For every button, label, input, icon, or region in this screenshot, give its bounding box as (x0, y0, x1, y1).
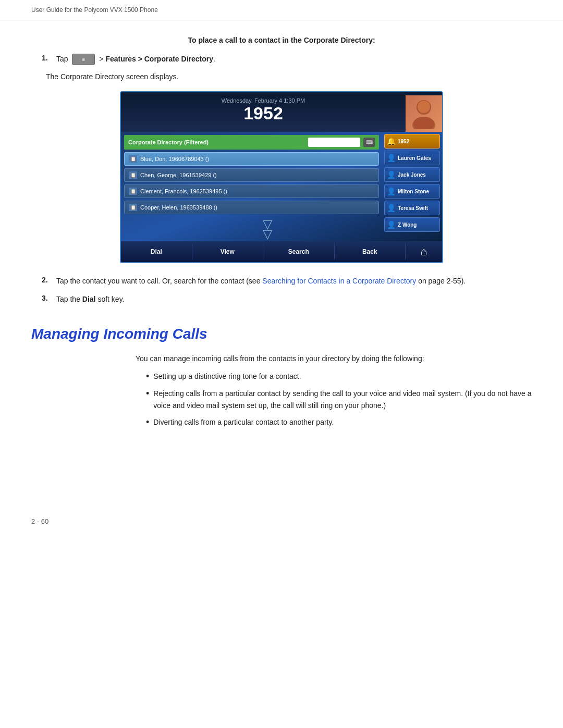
step-1-menu: Features > Corporate Directory (105, 55, 213, 63)
sidebar-icon-5: 👤 (387, 204, 396, 212)
phone-avatar (406, 95, 442, 132)
sidebar-btn-1952[interactable]: 🔔 1952 (384, 134, 440, 149)
dir-search-box[interactable] (308, 138, 360, 147)
page-header: User Guide for the Polycom VVX 1500 Phon… (0, 0, 563, 20)
phone-big-number: 1952 (126, 104, 400, 123)
sidebar-btn-jack[interactable]: 👤 Jack Jones (384, 167, 440, 182)
section-2-intro: You can manage incoming calls from the c… (136, 353, 532, 364)
footer: 2 - 60 (0, 507, 563, 536)
phone-right-col: 🔔 1952 👤 Lauren Gates 👤 Jack Jones 👤 Mil… (382, 132, 442, 241)
bullet-text-3: Diverting calls from a particular contac… (153, 416, 334, 428)
section-2-title: Managing Incoming Calls (31, 326, 532, 342)
soft-key-search[interactable]: Search (263, 244, 335, 260)
soft-key-dial[interactable]: Dial (121, 244, 192, 260)
contact-name-4: Cooper, Helen, 1963539488 () (140, 204, 217, 211)
sidebar-icon-2: 👤 (387, 154, 396, 162)
contact-name-1: Blue, Don, 19606789043 () (140, 156, 209, 162)
bullet-dot-1: • (146, 371, 149, 382)
step-2: 2. Tap the contact you want to call. Or,… (42, 276, 532, 287)
down-arrow-2[interactable]: ▽ (263, 229, 272, 239)
steps-list: 1. Tap ≡ > Features > Corporate Director… (42, 54, 532, 65)
bullet-item-2: • Rejecting calls from a particular cont… (146, 388, 532, 411)
contact-item-1[interactable]: 📋 Blue, Don, 19606789043 () (124, 152, 379, 166)
contact-name-3: Clement, Francois, 1962539495 () (140, 188, 227, 194)
soft-key-back[interactable]: Back (335, 244, 406, 260)
sidebar-label-4: Milton Stone (398, 189, 429, 194)
sidebar-icon-3: 👤 (387, 170, 396, 179)
svg-point-3 (413, 117, 434, 129)
sidebar-btn-milton[interactable]: 👤 Milton Stone (384, 184, 440, 199)
contact-item-4[interactable]: 📋 Cooper, Helen, 1963539488 () (124, 201, 379, 214)
sidebar-icon-6: 👤 (387, 220, 396, 229)
step-3-bold: Dial (82, 295, 96, 303)
contact-item-2[interactable]: 📋 Chen, George, 1961539429 () (124, 168, 379, 182)
step-1-text: Tap ≡ > Features > Corporate Directory. (56, 54, 215, 65)
contact-icon-2: 📋 (129, 171, 137, 179)
bullet-item-3: • Diverting calls from a particular cont… (146, 416, 532, 428)
tap-button[interactable]: ≡ (72, 54, 95, 65)
phone-screenshot: Wednesday, February 4 1:30 PM 1952 (120, 91, 443, 263)
dir-header: Corporate Directory (Filtered) ⌨ (124, 135, 379, 150)
contact-item-3[interactable]: 📋 Clement, Francois, 1962539495 () (124, 184, 379, 198)
sidebar-label-5: Teresa Swift (398, 205, 428, 211)
bullet-text-1: Setting up a distinctive ring tone for a… (153, 371, 301, 382)
contact-icon-3: 📋 (129, 188, 137, 195)
heading-text: To place a call to a contact in the Corp… (188, 36, 375, 44)
tap-button-icon: ≡ (82, 56, 85, 64)
phone-content-row: Corporate Directory (Filtered) ⌨ 📋 Blue,… (121, 132, 442, 241)
svg-point-2 (418, 101, 430, 113)
contact-icon-1: 📋 (129, 155, 137, 163)
sidebar-btn-teresa[interactable]: 👤 Teresa Swift (384, 201, 440, 215)
scroll-arrows: ▽ ▽ (124, 217, 379, 241)
step-2-num: 2. (42, 276, 52, 284)
step-3-num: 3. (42, 294, 52, 302)
step-3-text: Tap the Dial soft key. (56, 294, 125, 305)
bullet-list: • Setting up a distinctive ring tone for… (146, 371, 532, 429)
contact-name-2: Chen, George, 1961539429 () (140, 172, 217, 178)
bullet-item-1: • Setting up a distinctive ring tone for… (146, 371, 532, 382)
contact-icon-4: 📋 (129, 204, 137, 211)
keyboard-icon: ⌨ (363, 138, 375, 147)
step-2-link[interactable]: Searching for Contacts in a Corporate Di… (262, 277, 416, 285)
bullet-dot-2: • (146, 388, 149, 411)
step-1-num: 1. (42, 54, 52, 62)
section-heading: To place a call to a contact in the Corp… (31, 36, 532, 44)
contact-list: 📋 Blue, Don, 19606789043 () 📋 Chen, Geor… (124, 152, 379, 214)
phone-left-col: Corporate Directory (Filtered) ⌨ 📋 Blue,… (121, 132, 382, 241)
main-content: To place a call to a contact in the Corp… (0, 20, 563, 465)
sidebar-icon-4: 👤 (387, 187, 396, 195)
sidebar-label-2: Lauren Gates (398, 155, 431, 161)
page-number: 2 - 60 (31, 517, 48, 525)
phone-bottom-bar: Dial View Search Back ⌂ (121, 241, 442, 262)
sidebar-btn-lauren[interactable]: 👤 Lauren Gates (384, 151, 440, 165)
sidebar-label-1: 1952 (398, 139, 409, 144)
header-text: User Guide for the Polycom VVX 1500 Phon… (31, 6, 158, 14)
phone-body: Corporate Directory (Filtered) ⌨ 📋 Blue,… (121, 132, 442, 241)
sidebar-icon-1: 🔔 (387, 137, 396, 145)
step-2-text: Tap the contact you want to call. Or, se… (56, 276, 466, 287)
step-3: 3. Tap the Dial soft key. (42, 294, 532, 305)
bullet-text-2: Rejecting calls from a particular contac… (153, 388, 532, 411)
step-1: 1. Tap ≡ > Features > Corporate Director… (42, 54, 532, 65)
sidebar-label-3: Jack Jones (398, 172, 426, 178)
steps-list-2: 2. Tap the contact you want to call. Or,… (42, 276, 532, 305)
sidebar-btn-zwong[interactable]: 👤 Z Wong (384, 217, 440, 232)
bullet-dot-3: • (146, 416, 149, 428)
soft-key-view[interactable]: View (192, 244, 264, 260)
sidebar-label-6: Z Wong (398, 222, 417, 228)
home-button[interactable]: ⌂ (406, 245, 442, 258)
dir-header-label: Corporate Directory (Filtered) (128, 139, 305, 145)
sub-text: The Corporate Directory screen displays. (46, 72, 532, 81)
